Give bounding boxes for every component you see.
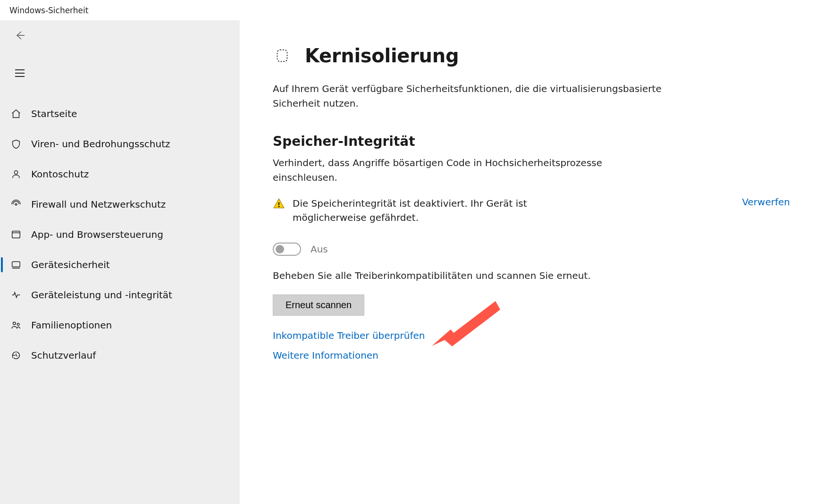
nav-item-history[interactable]: Schutzverlauf (0, 340, 240, 370)
svg-rect-7 (12, 262, 20, 267)
nav-item-devicesecurity[interactable]: Gerätesicherheit (0, 250, 240, 280)
nav-label: Kontoschutz (31, 168, 89, 180)
history-icon (9, 349, 23, 362)
nav-label: Schutzverlauf (31, 350, 96, 361)
sidebar: Startseite Viren- und Bedrohungsschutz K… (0, 20, 240, 504)
resolve-hint: Beheben Sie alle Treiberinkompatibilität… (273, 270, 790, 281)
state-text: Die Speicherintegrität ist deaktiviert. … (293, 196, 580, 225)
chip-icon (273, 46, 292, 65)
home-icon (9, 107, 23, 120)
svg-point-9 (13, 322, 16, 325)
nav-item-account[interactable]: Kontoschutz (0, 159, 240, 189)
device-hlth-icon (9, 288, 23, 302)
svg-point-4 (15, 203, 17, 205)
warning-icon (273, 197, 285, 210)
page-title: Kernisolierung (305, 45, 459, 67)
firewall-icon (9, 198, 23, 211)
window-title: Windows-Sicherheit (9, 6, 88, 15)
nav-item-family[interactable]: Familienoptionen (0, 310, 240, 340)
svg-point-3 (14, 171, 17, 174)
dismiss-link[interactable]: Verwerfen (742, 196, 790, 208)
svg-point-13 (278, 206, 280, 207)
hamburger-button[interactable] (9, 64, 30, 84)
svg-rect-11 (277, 50, 287, 62)
back-arrow-icon (14, 30, 25, 43)
section-desc: Verhindert, dass Angriffe bösartigen Cod… (273, 156, 669, 185)
review-drivers-link[interactable]: Inkompatible Treiber überprüfen (273, 330, 425, 341)
learn-more-link[interactable]: Weitere Informationen (273, 350, 378, 361)
page-subtitle: Auf Ihrem Gerät verfügbare Sicherheitsfu… (273, 82, 669, 111)
nav-label: Gerätesicherheit (31, 259, 110, 270)
app-ctrl-icon (9, 228, 23, 241)
nav-item-virus[interactable]: Viren- und Bedrohungsschutz (0, 129, 240, 159)
nav-label: Familienoptionen (31, 319, 112, 331)
nav-item-appcontrol[interactable]: App- und Browsersteuerung (0, 219, 240, 250)
nav-label: Firewall und Netzwerkschutz (31, 199, 166, 210)
nav-label: Geräteleistung und -integrität (31, 289, 172, 301)
shield-icon (9, 137, 23, 151)
section-title: Speicher-Integrität (273, 134, 790, 149)
nav-item-firewall[interactable]: Firewall und Netzwerkschutz (0, 189, 240, 219)
toggle-knob (276, 245, 284, 253)
family-icon (9, 319, 23, 332)
nav-item-home[interactable]: Startseite (0, 99, 240, 129)
nav-item-devicehealth[interactable]: Geräteleistung und -integrität (0, 280, 240, 310)
svg-point-10 (17, 323, 19, 326)
device-sec-icon (9, 258, 23, 271)
toggle-label: Aus (311, 244, 328, 255)
main-content: Kernisolierung Auf Ihrem Gerät verfügbar… (240, 20, 823, 504)
svg-rect-5 (12, 231, 20, 238)
hamburger-icon (14, 67, 25, 81)
nav-label: Viren- und Bedrohungsschutz (31, 138, 170, 150)
window-titlebar: Windows-Sicherheit (0, 0, 823, 20)
account-icon (9, 168, 23, 181)
nav-list: Startseite Viren- und Bedrohungsschutz K… (0, 99, 240, 370)
rescan-button[interactable]: Erneut scannen (273, 294, 364, 316)
nav-label: Startseite (31, 108, 77, 119)
nav-label: App- und Browsersteuerung (31, 229, 163, 240)
state-row: Die Speicherintegrität ist deaktiviert. … (273, 196, 790, 225)
back-button[interactable] (9, 26, 30, 47)
memory-integrity-toggle[interactable] (273, 243, 301, 256)
